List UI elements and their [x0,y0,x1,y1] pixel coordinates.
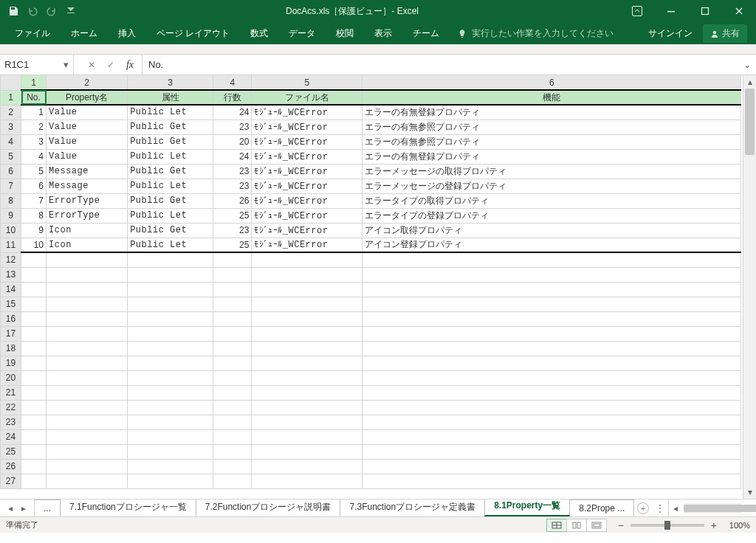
cell[interactable] [252,356,362,370]
tab-insert[interactable]: 挿入 [108,23,146,44]
col-header[interactable]: 5 [252,75,362,90]
cell[interactable]: 1 [21,105,47,120]
row-header[interactable]: 12 [1,252,21,267]
row-header[interactable]: 25 [1,444,21,459]
redo-icon[interactable] [43,2,61,20]
row-header[interactable]: 17 [1,326,21,341]
cell[interactable] [362,370,741,385]
cell[interactable] [362,415,741,429]
cell[interactable] [21,444,47,459]
cell[interactable] [252,311,362,326]
cell[interactable]: 3 [21,134,47,149]
cell[interactable]: Public Get [128,134,213,149]
tab-page-layout[interactable]: ページ レイアウト [146,23,240,44]
cell[interactable]: ﾓｼﾞｭｰﾙ_WCError [252,179,362,193]
cell[interactable]: エラーの有無登録プロパティ [362,105,741,120]
row-header[interactable]: 27 [1,474,21,488]
row-header[interactable]: 23 [1,415,21,429]
formula-input[interactable]: No. [142,55,738,75]
cell[interactable] [47,444,128,459]
cell[interactable] [252,385,362,400]
cell[interactable] [252,474,362,488]
header-cell[interactable]: 属性 [128,90,213,105]
row-header[interactable]: 21 [1,385,21,400]
vertical-scrollbar[interactable]: ▴ ▾ [743,75,756,499]
cell[interactable] [213,297,252,311]
maximize-button[interactable] [688,0,722,22]
tab-formulas[interactable]: 数式 [240,23,278,44]
cell[interactable] [213,415,252,429]
zoom-slider-knob[interactable] [664,521,670,530]
cell[interactable] [213,267,252,282]
row-header[interactable]: 7 [1,179,21,193]
cell[interactable] [47,311,128,326]
tab-review[interactable]: 校閲 [326,23,364,44]
cell[interactable]: エラーの有無登録プロパティ [362,149,741,164]
cell[interactable]: 10 [21,238,47,252]
col-header[interactable]: 3 [128,75,213,90]
cell[interactable]: ﾓｼﾞｭｰﾙ_WCError [252,238,362,252]
new-sheet-button[interactable]: + [634,499,652,516]
cell[interactable]: エラーの有無参照プロパティ [362,134,741,149]
cell[interactable] [128,370,213,385]
tab-file[interactable]: ファイル [4,23,61,44]
cell[interactable] [213,459,252,474]
row-header[interactable]: 1 [1,90,21,105]
cell[interactable] [47,341,128,356]
select-all-corner[interactable] [1,75,21,90]
active-cell[interactable]: No. [21,90,47,105]
row-header[interactable]: 6 [1,164,21,179]
cell[interactable] [21,459,47,474]
tab-team[interactable]: チーム [402,23,450,44]
cell[interactable] [252,267,362,282]
cell[interactable] [252,370,362,385]
view-page-break-button[interactable] [586,519,607,532]
cell[interactable] [252,341,362,356]
cell[interactable] [47,356,128,370]
view-normal-button[interactable] [546,519,567,532]
cell[interactable] [128,356,213,370]
row-header[interactable]: 9 [1,208,21,223]
cell[interactable]: 6 [21,179,47,193]
header-cell[interactable]: ファイル名 [252,90,362,105]
signin-link[interactable]: サインイン [641,23,700,44]
scroll-track[interactable] [743,89,756,485]
cell[interactable]: 24 [213,105,252,120]
cell[interactable] [47,400,128,415]
undo-icon[interactable] [24,2,41,20]
cell[interactable] [47,429,128,444]
cell[interactable]: 23 [213,164,252,179]
sheet-tab[interactable]: 8.2Prope ... [569,499,634,516]
cell[interactable] [213,474,252,488]
row-header[interactable]: 15 [1,297,21,311]
cell[interactable]: ﾓｼﾞｭｰﾙ_WCError [252,223,362,238]
ribbon-display-button[interactable] [620,0,654,22]
insert-function-button[interactable]: fx [121,58,139,72]
cell[interactable]: 7 [21,193,47,208]
scroll-down-icon[interactable]: ▾ [743,485,756,499]
save-icon[interactable] [4,2,22,20]
cell[interactable] [252,326,362,341]
cell[interactable]: アイコン登録プロパティ [362,238,741,252]
cell[interactable] [213,400,252,415]
row-header[interactable]: 3 [1,120,21,134]
col-header[interactable]: 1 [21,75,47,90]
cell[interactable] [128,282,213,297]
cell[interactable] [128,297,213,311]
cell[interactable]: 9 [21,223,47,238]
cell[interactable]: エラーの有無参照プロパティ [362,120,741,134]
cell[interactable] [252,429,362,444]
cell[interactable] [252,415,362,429]
cell[interactable]: 23 [213,179,252,193]
cell[interactable]: エラーメッセージの登録プロパティ [362,179,741,193]
col-header[interactable]: 2 [47,75,128,90]
view-page-layout-button[interactable] [566,519,587,532]
cell[interactable] [252,459,362,474]
zoom-in-button[interactable]: + [709,520,719,530]
cell[interactable]: ﾓｼﾞｭｰﾙ_WCError [252,164,362,179]
minimize-button[interactable] [654,0,688,22]
scroll-up-icon[interactable]: ▴ [743,75,756,89]
cell[interactable]: ﾓｼﾞｭｰﾙ_WCError [252,120,362,134]
cell[interactable]: 25 [213,208,252,223]
cell[interactable] [128,252,213,267]
